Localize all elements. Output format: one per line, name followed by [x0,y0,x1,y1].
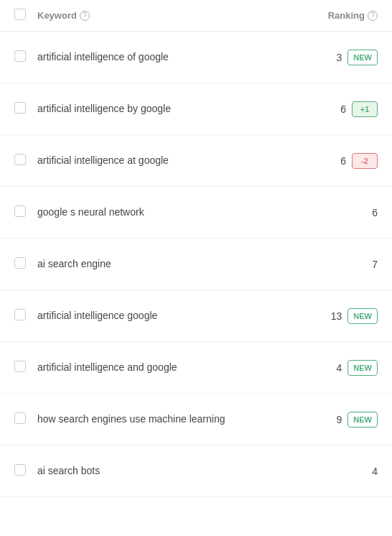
ranking-value: 4 [337,362,342,374]
row-checkbox-container[interactable] [14,361,37,374]
keyword-cell: artificial intelligence at google [37,154,291,168]
table-row: how search engines use machine learning … [0,394,392,445]
ranking-cell: 4 NEW [291,360,378,376]
table-row: ai search engine 7 [0,239,392,290]
ranking-cell: 13 NEW [291,308,378,324]
keyword-cell: artificial intelligence and google [37,361,291,375]
ranking-value: 6 [340,103,346,115]
table-row: google s neural network 6 [0,187,392,239]
keyword-cell: ai search engine [37,257,291,272]
ranking-cell: 6 -2 [291,153,378,169]
row-checkbox-container[interactable] [14,154,37,167]
ranking-cell: 7 [291,259,378,270]
ranking-label: Ranking [328,10,365,21]
row-checkbox-container[interactable] [14,50,37,64]
ranking-value: 13 [331,310,342,322]
ranking-column-header: Ranking ? [291,10,378,21]
keyword-cell: google s neural network [37,205,291,220]
ranking-value: 7 [372,259,378,270]
keywords-table: Keyword ? Ranking ? artificial intellige… [0,0,392,497]
keyword-cell: artificial intelligence by google [37,102,291,116]
ranking-badge: NEW [347,50,378,65]
ranking-value: 9 [337,414,342,425]
table-row: artificial intelligence of google 3 NEW [0,32,392,83]
ranking-cell: 3 NEW [291,50,378,65]
ranking-value: 6 [372,207,378,218]
row-checkbox[interactable] [14,309,26,320]
keyword-cell: artificial intelligence google [37,309,291,323]
keyword-column-header: Keyword ? [37,10,291,21]
keyword-cell: ai search bots [37,464,291,479]
ranking-badge: -2 [352,153,378,169]
ranking-cell: 6 [291,207,378,218]
row-checkbox-container[interactable] [14,257,37,271]
ranking-badge: NEW [347,308,378,324]
table-row: artificial intelligence at google 6 -2 [0,135,392,187]
ranking-value: 6 [340,155,346,167]
row-checkbox[interactable] [14,50,26,62]
row-checkbox-container[interactable] [14,309,37,323]
row-checkbox-container[interactable] [14,102,37,116]
keyword-help-icon[interactable]: ? [80,11,90,21]
select-all-checkbox[interactable] [14,9,26,20]
ranking-cell: 4 [291,466,378,477]
row-checkbox[interactable] [14,361,26,372]
ranking-cell: 9 NEW [291,412,378,428]
table-row: artificial intelligence by google 6 +1 [0,83,392,135]
ranking-value: 3 [337,52,342,63]
row-checkbox[interactable] [14,205,26,217]
table-body: artificial intelligence of google 3 NEW … [0,32,392,497]
table-header: Keyword ? Ranking ? [0,0,392,32]
ranking-value: 4 [372,466,378,477]
select-all-checkbox-container[interactable] [14,9,37,22]
row-checkbox[interactable] [14,464,26,476]
row-checkbox[interactable] [14,102,26,114]
row-checkbox-container[interactable] [14,412,37,426]
row-checkbox[interactable] [14,154,26,165]
row-checkbox[interactable] [14,257,26,269]
keyword-label: Keyword [37,10,77,21]
row-checkbox-container[interactable] [14,464,37,478]
ranking-badge: +1 [352,101,378,117]
table-row: artificial intelligence and google 4 NEW [0,342,392,394]
ranking-cell: 6 +1 [291,101,378,117]
row-checkbox[interactable] [14,412,26,424]
table-row: ai search bots 4 [0,445,392,497]
ranking-badge: NEW [347,412,378,428]
keyword-cell: artificial intelligence of google [37,50,291,65]
row-checkbox-container[interactable] [14,205,37,219]
keyword-cell: how search engines use machine learning [37,412,291,427]
table-row: artificial intelligence google 13 NEW [0,290,392,342]
ranking-badge: NEW [347,360,378,376]
ranking-help-icon[interactable]: ? [368,11,378,21]
